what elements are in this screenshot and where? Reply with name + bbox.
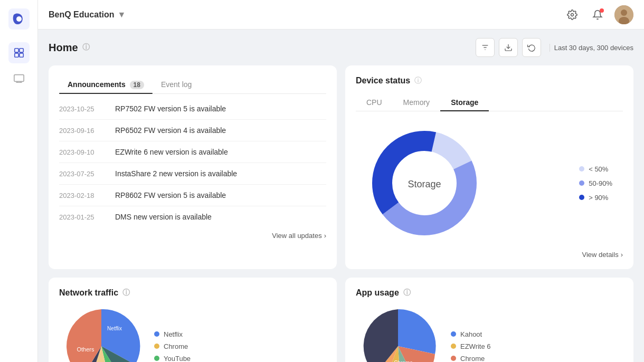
notifications-button[interactable]	[589, 6, 606, 23]
download-button[interactable]	[499, 38, 518, 57]
donut-container: Storage < 50%50-90%> 90%	[356, 120, 623, 246]
svg-rect-3	[19, 49, 23, 52]
announcements-card: Announcements 18 Event log 2023-10-25RP7…	[49, 65, 337, 269]
refresh-button[interactable]	[522, 38, 541, 57]
settings-button[interactable]	[564, 6, 581, 23]
tab-storage[interactable]: Storage	[440, 94, 489, 111]
app-usage-pie: Chrome	[356, 304, 440, 362]
sidebar-item-dashboard[interactable]	[8, 42, 30, 63]
announcement-item: 2023-10-25RP7502 FW version 5 is availab…	[59, 98, 326, 120]
announcement-item: 2023-01-25DMS new version is available	[59, 206, 326, 227]
logo[interactable]	[8, 8, 30, 30]
svg-point-9	[621, 9, 627, 16]
avatar[interactable]	[614, 5, 633, 24]
ann-text: EZWrite 6 new version is available	[115, 148, 228, 156]
filter-label: Last 30 days, 300 devices	[550, 44, 633, 52]
legend-row: Netflix	[154, 330, 191, 338]
sidebar	[0, 0, 38, 362]
page-info-icon[interactable]: ⓘ	[82, 43, 90, 52]
legend-label: EZWrite 6	[460, 342, 491, 350]
chevron-right-icon: ›	[621, 251, 623, 259]
ann-text: InstaShare 2 new version is available	[115, 169, 237, 178]
ann-date: 2023-07-25	[59, 170, 107, 178]
tab-memory[interactable]: Memory	[393, 94, 441, 111]
app-usage-title-text: App usage	[356, 288, 399, 298]
ann-date: 2023-09-10	[59, 148, 107, 156]
network-traffic-info-icon[interactable]: ⓘ	[122, 288, 130, 298]
legend-item: > 90%	[579, 194, 612, 202]
ann-text: DMS new version is available	[115, 213, 212, 221]
topbar-actions	[564, 5, 633, 24]
legend-dot	[154, 356, 159, 361]
view-details-label: View details	[582, 251, 619, 259]
svg-rect-2	[14, 49, 18, 52]
legend-row: YouTube	[154, 355, 191, 363]
view-all-label: View all updates	[272, 232, 321, 240]
page-actions: Last 30 days, 300 devices	[476, 38, 633, 57]
svg-text:Chrome: Chrome	[394, 360, 413, 362]
device-status-tabs: CPU Memory Storage	[356, 94, 623, 111]
view-all-updates[interactable]: View all updates ›	[59, 227, 326, 240]
sidebar-item-devices[interactable]	[8, 68, 30, 89]
ann-date: 2023-10-25	[59, 105, 107, 113]
tab-announcements[interactable]: Announcements 18	[59, 76, 153, 93]
legend-label: Chrome	[460, 355, 485, 363]
device-status-header: Device status ⓘ	[356, 76, 623, 85]
ann-text: RP6502 FW version 4 is available	[115, 126, 226, 135]
network-legend: NetflixChromeYouTube	[154, 330, 191, 363]
legend-item: 50-90%	[579, 179, 612, 187]
ann-date: 2023-02-18	[59, 192, 107, 199]
announcements-tabs: Announcements 18 Event log	[59, 76, 326, 94]
org-name: BenQ Education	[49, 10, 114, 20]
announcement-item: 2023-07-25InstaShare 2 new version is av…	[59, 163, 326, 185]
app-usage-title: App usage ⓘ	[356, 288, 623, 298]
filter-button[interactable]	[476, 38, 495, 57]
ann-text: RP8602 FW version 5 is available	[115, 191, 226, 199]
legend-dot	[579, 166, 584, 172]
tab-event-log-label: Event log	[161, 80, 192, 89]
app-usage-info-icon[interactable]: ⓘ	[403, 288, 411, 298]
legend-dot	[451, 344, 456, 349]
main-content: BenQ Education ▼	[38, 0, 644, 362]
org-title[interactable]: BenQ Education ▼	[49, 10, 126, 20]
ann-text: RP7502 FW version 5 is available	[115, 104, 226, 113]
storage-legend: < 50%50-90%> 90%	[579, 165, 612, 202]
device-status-card: Device status ⓘ CPU Memory Storage	[345, 65, 633, 269]
legend-row: EZWrite 6	[451, 342, 491, 350]
tab-event-log[interactable]: Event log	[153, 76, 200, 93]
legend-dot	[579, 195, 584, 200]
svg-rect-4	[14, 53, 18, 57]
app-legend: KahootEZWrite 6Chrome	[451, 330, 491, 363]
app-usage-card: App usage ⓘ	[345, 278, 633, 362]
svg-text:Netflix: Netflix	[107, 326, 122, 331]
network-traffic-pie: Others Netflix	[59, 304, 144, 362]
network-traffic-chart-area: Others Netflix NetflixChromeYouTube	[59, 304, 326, 362]
storage-donut-chart: Storage	[366, 125, 482, 241]
svg-rect-6	[14, 75, 23, 82]
announcement-list: 2023-10-25RP7502 FW version 5 is availab…	[59, 98, 326, 227]
legend-label: 50-90%	[589, 179, 612, 187]
chevron-down-icon[interactable]: ▼	[117, 10, 126, 20]
notification-badge	[600, 8, 604, 13]
device-status-info-icon[interactable]: ⓘ	[414, 76, 422, 85]
svg-rect-5	[19, 53, 23, 57]
tab-cpu[interactable]: CPU	[356, 94, 393, 111]
legend-dot	[579, 180, 584, 186]
bottom-grid: Network traffic ⓘ	[49, 278, 633, 362]
tab-announcements-label: Announcements	[68, 80, 126, 89]
legend-label: Kahoot	[460, 330, 482, 338]
page-title: Home ⓘ	[49, 42, 90, 54]
ann-date: 2023-09-16	[59, 127, 107, 135]
view-details-button[interactable]: View details ›	[356, 251, 623, 259]
main-grid: Announcements 18 Event log 2023-10-25RP7…	[49, 65, 633, 269]
legend-label: < 50%	[589, 165, 608, 173]
page-header: Home ⓘ Last	[49, 38, 633, 57]
legend-row: Chrome	[451, 355, 491, 363]
legend-item: < 50%	[579, 165, 612, 173]
announcement-item: 2023-02-18RP8602 FW version 5 is availab…	[59, 185, 326, 206]
announcements-badge: 18	[130, 81, 144, 89]
chevron-right-icon: ›	[324, 232, 326, 240]
network-traffic-title-text: Network traffic	[59, 288, 118, 298]
legend-dot	[451, 331, 456, 337]
svg-point-1	[16, 16, 22, 22]
